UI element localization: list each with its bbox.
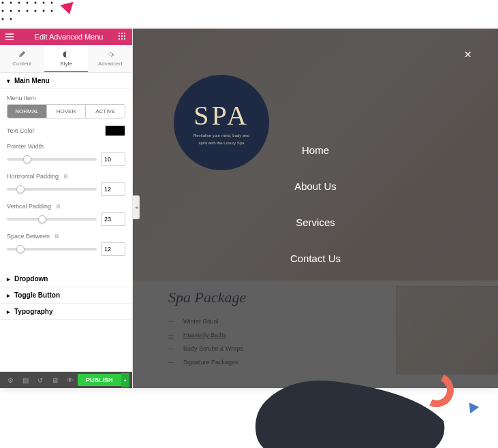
menu-item-contact[interactable]: Contact Us: [290, 253, 341, 264]
widgets-icon[interactable]: [119, 33, 127, 41]
publish-button[interactable]: PUBLISH: [78, 374, 121, 386]
svg-rect-16: [119, 33, 120, 34]
collapse-sidebar-handle[interactable]: ◂: [133, 195, 140, 219]
sidebar-header: Edit Advanced Menu: [0, 29, 132, 45]
menu-item-home[interactable]: Home: [302, 144, 329, 156]
vertical-padding-label: Vertical Padding🖥: [7, 203, 125, 210]
svg-point-4: [35, 2, 37, 4]
decorative-triangle-pink: [60, 2, 76, 16]
history-icon[interactable]: ↺: [35, 374, 46, 386]
menu-item-about[interactable]: About Us: [294, 180, 337, 192]
decorative-blob: [239, 359, 457, 448]
fullscreen-menu: Home About Us Services Contact Us: [133, 29, 498, 388]
svg-point-7: [2, 10, 4, 12]
space-between-slider[interactable]: [7, 248, 97, 251]
tab-content[interactable]: Content: [0, 45, 44, 72]
pointer-width-label: Pointer Width: [7, 143, 125, 150]
desktop-icon[interactable]: 🖥: [55, 203, 61, 210]
horizontal-padding-label: Horizontal Padding🖥: [7, 173, 125, 180]
menu-item-services[interactable]: Services: [296, 217, 335, 228]
section-toggle-button[interactable]: Toggle Button: [0, 287, 132, 304]
space-between-input[interactable]: [101, 242, 125, 256]
svg-point-1: [10, 2, 12, 4]
svg-rect-21: [124, 35, 125, 37]
panel-title: Edit Advanced Menu: [19, 33, 119, 41]
svg-point-8: [10, 10, 12, 12]
svg-point-6: [51, 2, 53, 4]
desktop-icon[interactable]: 🖥: [54, 233, 60, 240]
vertical-padding-slider[interactable]: [7, 218, 97, 221]
pointer-width-slider[interactable]: [7, 158, 97, 161]
svg-point-11: [35, 10, 37, 12]
editor-tabs: Content Style Advanced: [0, 45, 132, 73]
state-segmented: NORMAL HOVER ACTIVE: [7, 104, 125, 118]
tab-advanced[interactable]: Advanced: [88, 45, 132, 72]
section-typography[interactable]: Typography: [0, 304, 132, 320]
preview-icon[interactable]: 👁: [65, 374, 76, 386]
svg-point-5: [43, 2, 45, 4]
desktop-icon[interactable]: 🖥: [63, 173, 69, 180]
svg-rect-22: [119, 38, 120, 39]
state-active[interactable]: ACTIVE: [85, 105, 125, 118]
style-panel: Main Menu Menu Item NORMAL HOVER ACTIVE …: [0, 73, 132, 372]
svg-rect-23: [121, 38, 123, 39]
svg-point-13: [51, 10, 53, 12]
section-main-menu[interactable]: Main Menu: [0, 73, 132, 89]
decorative-triangle-blue: [465, 402, 479, 415]
text-color-swatch[interactable]: [105, 125, 125, 136]
editor-footer: ⚙ ▤ ↺ 🖥 👁 PUBLISH ▴: [0, 372, 132, 388]
state-hover[interactable]: HOVER: [46, 105, 86, 118]
responsive-icon[interactable]: 🖥: [50, 374, 61, 386]
svg-rect-20: [121, 35, 123, 37]
svg-point-10: [27, 10, 29, 12]
svg-rect-17: [121, 33, 123, 34]
svg-point-0: [2, 2, 4, 4]
svg-point-2: [18, 2, 20, 4]
svg-rect-19: [119, 35, 120, 37]
text-color-label: Text Color: [7, 127, 35, 134]
horizontal-padding-slider[interactable]: [7, 188, 97, 191]
svg-point-3: [27, 2, 29, 4]
pointer-width-input[interactable]: [101, 153, 125, 166]
svg-rect-18: [124, 33, 125, 34]
editor-app: Edit Advanced Menu Content Style Advance…: [0, 29, 498, 388]
state-normal[interactable]: NORMAL: [7, 105, 46, 118]
horizontal-padding-input[interactable]: [101, 182, 125, 196]
vertical-padding-input[interactable]: [101, 212, 125, 226]
svg-point-9: [18, 10, 20, 12]
navigator-icon[interactable]: ▤: [20, 374, 31, 386]
svg-point-14: [2, 18, 4, 20]
menu-icon[interactable]: [5, 33, 14, 40]
svg-point-12: [43, 10, 45, 12]
svg-point-15: [10, 18, 12, 20]
settings-icon[interactable]: ⚙: [5, 374, 16, 386]
preview-canvas: Spa Package —Winter Ritual —Heavenly Bat…: [133, 29, 498, 388]
section-dropdown[interactable]: Dropdown: [0, 271, 132, 287]
svg-rect-24: [124, 38, 125, 39]
menu-item-label: Menu Item: [7, 95, 125, 101]
caret-down-icon: [7, 78, 10, 84]
editor-sidebar: Edit Advanced Menu Content Style Advance…: [0, 29, 133, 388]
publish-dropdown[interactable]: ▴: [121, 373, 129, 387]
tab-style[interactable]: Style: [44, 45, 89, 72]
decorative-dots: [0, 0, 55, 20]
space-between-label: Space Between🖥: [7, 233, 125, 240]
